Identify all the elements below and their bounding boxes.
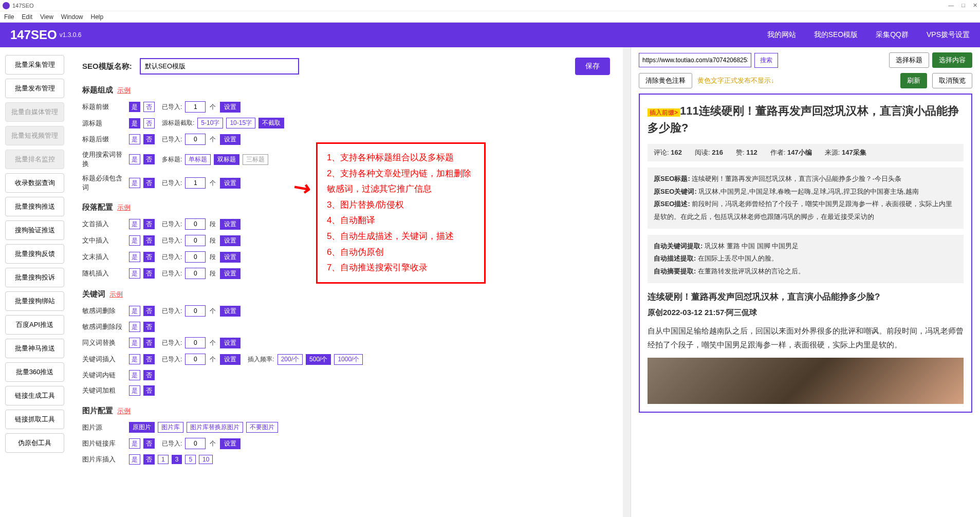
trunc-10-15[interactable]: 10-15字 <box>226 118 255 128</box>
suffix-no[interactable]: 否 <box>143 134 155 144</box>
imported-label: 已导入: <box>162 103 182 112</box>
label-syn-replace: 同义词替换 <box>82 338 126 347</box>
left-panel: SEO模版名称: 保存 标题组成示例 标题前缀是否已导入:个设置 源标题是否源标… <box>69 47 623 517</box>
label-search-replace: 使用搜索词替换 <box>82 150 126 169</box>
select-title-button[interactable]: 选择标题 <box>889 52 929 68</box>
url-input[interactable] <box>639 53 751 67</box>
suffix-yes[interactable]: 是 <box>129 134 140 144</box>
section-paragraph: 段落配置 <box>82 202 113 212</box>
search-button[interactable]: 搜索 <box>754 53 778 68</box>
sub-heading: 连续硬刚！董路再发声回怼巩汉林，直言演小品能挣多少脸? <box>648 291 964 303</box>
header: 147SEO v1.3.0.6 我的网站 我的SEO模版 采集QQ群 VPS拨号… <box>0 23 980 47</box>
example-link[interactable]: 示例 <box>117 407 131 416</box>
label-sen-del-para: 敏感词删除段 <box>82 322 126 331</box>
label-kw-link: 关键词内链 <box>82 371 126 380</box>
mc-no[interactable]: 否 <box>143 178 155 188</box>
triple-title[interactable]: 三标题 <box>243 154 268 165</box>
suffix-count[interactable] <box>185 134 206 145</box>
label-img-lib-insert: 图片库插入 <box>82 455 126 464</box>
example-link[interactable]: 示例 <box>117 86 131 95</box>
label-source: 源标题 <box>82 119 126 128</box>
label-must-contain: 标题必须包含词 <box>82 174 126 192</box>
section-title-comp: 标题组成 <box>82 85 113 95</box>
sr-yes[interactable]: 是 <box>129 154 140 164</box>
article-image <box>648 358 964 404</box>
app-icon <box>3 2 10 9</box>
prefix-set[interactable]: 设置 <box>220 102 241 113</box>
preview-pane: 插入前缀>111连续硬刚！董路再发声回怼巩汉林，直言演小品能挣多少脸? 评论: … <box>639 94 972 413</box>
section-image: 图片配置 <box>82 406 113 416</box>
example-link[interactable]: 示例 <box>109 290 123 299</box>
prefix-count[interactable] <box>185 101 206 113</box>
prefix-badge: 插入前缀> <box>648 108 680 117</box>
trunc-label: 源标题截取: <box>162 119 194 127</box>
label-sen-del: 敏感词删除 <box>82 306 126 316</box>
select-content-button[interactable]: 选择内容 <box>932 52 972 68</box>
feature-callout: 1、支持各种标题组合以及多标题2、支持各种文章处理内链，加粗删除敏感词，过滤其它… <box>316 142 486 284</box>
sidebar-item[interactable]: 批量神马推送 <box>5 339 64 358</box>
label-img-link-lib: 图片链接库 <box>82 439 126 448</box>
save-button[interactable]: 保存 <box>575 58 610 75</box>
label-img-src: 图片源 <box>82 423 126 432</box>
nav-qq-group[interactable]: 采集QQ群 <box>876 30 909 40</box>
sidebar-item[interactable]: 批量搜狗投诉 <box>5 268 64 287</box>
freq-label: 插入频率: <box>248 355 274 364</box>
app-title: 147SEO <box>12 3 34 9</box>
source-no[interactable]: 否 <box>143 118 155 128</box>
menu-help[interactable]: Help <box>91 13 104 21</box>
maximize-icon[interactable]: □ <box>961 2 965 9</box>
byline: 原创2022-03-12 21:57·阿三侃球 <box>648 308 964 318</box>
mc-set[interactable]: 设置 <box>220 178 241 189</box>
single-title[interactable]: 单标题 <box>185 154 211 165</box>
example-link[interactable]: 示例 <box>117 203 131 212</box>
mc-yes[interactable]: 是 <box>129 178 140 188</box>
template-name-input[interactable] <box>140 58 299 75</box>
prefix-yes[interactable]: 是 <box>129 102 140 112</box>
nav-my-template[interactable]: 我的SEO模版 <box>814 30 858 40</box>
label-insert-rand: 随机插入 <box>82 269 126 278</box>
trunc-5-10[interactable]: 5-10字 <box>197 118 223 128</box>
sidebar-item[interactable]: 收录数据查询 <box>5 173 64 193</box>
logo: 147SEO <box>10 28 57 42</box>
nav-my-site[interactable]: 我的网站 <box>767 30 796 40</box>
template-name-label: SEO模版名称: <box>82 62 132 71</box>
seo-info-box: 原SEO标题: 连续硬刚！董路再发声回怼巩汉林，直言演小品能挣多少脸？-今日头条… <box>648 168 964 229</box>
source-yes[interactable]: 是 <box>129 118 140 128</box>
sidebar-item[interactable]: 批量360推送 <box>5 362 64 382</box>
menu-edit[interactable]: Edit <box>22 13 32 21</box>
clear-yellow-button[interactable]: 清除黄色注释 <box>639 73 692 88</box>
menu-file[interactable]: File <box>4 13 14 21</box>
refresh-button[interactable]: 刷新 <box>900 73 927 88</box>
double-title[interactable]: 双标题 <box>214 154 239 165</box>
nav-vps[interactable]: VPS拨号设置 <box>927 30 970 40</box>
menu-view[interactable]: View <box>40 13 53 21</box>
close-icon[interactable]: ✕ <box>973 2 977 9</box>
label-insert-start: 文首插入 <box>82 219 126 229</box>
sidebar-item[interactable]: 批量发布管理 <box>5 79 64 98</box>
sidebar-item[interactable]: 批量搜狗推送 <box>5 197 64 216</box>
label-kw-bold: 关键词加粗 <box>82 386 126 395</box>
no-trunc[interactable]: 不截取 <box>258 118 284 128</box>
sr-no[interactable]: 否 <box>143 154 155 164</box>
sidebar-item[interactable]: 伪原创工具 <box>5 433 64 453</box>
menubar: File Edit View Window Help <box>0 11 980 23</box>
label-insert-end: 文末插入 <box>82 252 126 262</box>
label-suffix: 标题后缀 <box>82 135 126 144</box>
prefix-no[interactable]: 否 <box>143 102 155 112</box>
sidebar-item[interactable]: 百度API推送 <box>5 315 64 335</box>
menu-window[interactable]: Window <box>61 13 83 21</box>
sidebar-item[interactable]: 链接抓取工具 <box>5 410 64 429</box>
mc-count[interactable] <box>185 177 206 189</box>
sidebar-item[interactable]: 链接生成工具 <box>5 386 64 405</box>
sidebar-item[interactable]: 批量搜狗反馈 <box>5 244 64 264</box>
cancel-preview-button[interactable]: 取消预览 <box>932 73 972 88</box>
suffix-set[interactable]: 设置 <box>220 134 241 145</box>
sidebar-item: 批量自媒体管理 <box>5 102 64 122</box>
sidebar-item[interactable]: 批量采集管理 <box>5 55 64 75</box>
minimize-icon[interactable]: — <box>948 2 954 9</box>
sidebar-item[interactable]: 批量搜狗绑站 <box>5 291 64 311</box>
label-insert-mid: 文中插入 <box>82 236 126 245</box>
scrollbar[interactable] <box>623 47 631 517</box>
sidebar-item[interactable]: 搜狗验证推送 <box>5 220 64 240</box>
article-title: 插入前缀>111连续硬刚！董路再发声回怼巩汉林，直言演小品能挣多少脸? <box>648 102 964 136</box>
